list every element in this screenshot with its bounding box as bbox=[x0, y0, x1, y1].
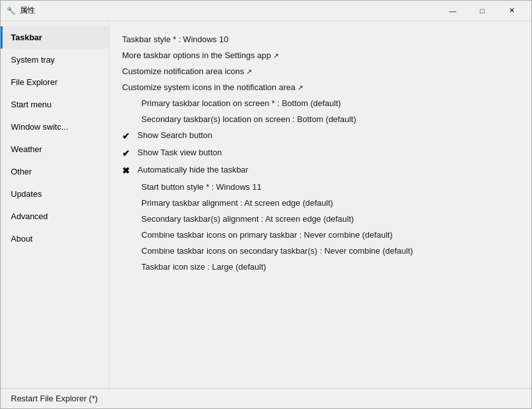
sidebar-item-updates[interactable]: Updates bbox=[1, 183, 109, 205]
sidebar-item-taskbar[interactable]: Taskbar bbox=[1, 26, 109, 49]
setting-row: Start button style * : Windows 11 bbox=[122, 179, 519, 195]
setting-text: More taskbar options in the Settings app bbox=[122, 50, 279, 60]
setting-row: Primary taskbar location on screen * : B… bbox=[122, 95, 519, 111]
close-button[interactable]: ✕ bbox=[497, 1, 526, 21]
setting-row: Combine taskbar icons on secondary taskb… bbox=[122, 243, 519, 259]
setting-text: Primary taskbar location on screen * : B… bbox=[141, 98, 341, 108]
app-icon: 🔧 bbox=[6, 6, 16, 16]
sidebar-item-weather[interactable]: Weather bbox=[1, 138, 109, 160]
footer: Restart File Explorer (*) bbox=[1, 388, 531, 408]
title-bar: 🔧 属性 — □ ✕ bbox=[1, 1, 531, 21]
setting-row: ✔Show Search button bbox=[122, 127, 519, 144]
sidebar-item-other[interactable]: Other bbox=[1, 160, 109, 183]
setting-text: Taskbar icon size : Large (default) bbox=[141, 262, 266, 272]
setting-row: Secondary taskbar(s) alignment : At scre… bbox=[122, 211, 519, 227]
sidebar-item-about[interactable]: About bbox=[1, 228, 109, 250]
sidebar: TaskbarSystem trayFile ExplorerStart men… bbox=[1, 21, 109, 388]
main-window: 🔧 属性 — □ ✕ TaskbarSystem trayFile Explor… bbox=[0, 0, 532, 409]
setting-row: ✔Show Task view button bbox=[122, 144, 519, 162]
setting-text: Combine taskbar icons on secondary taskb… bbox=[141, 246, 413, 256]
setting-row[interactable]: Customize notification area icons bbox=[122, 63, 519, 79]
setting-text: Show Search button bbox=[137, 130, 212, 140]
cross-icon: ✖ bbox=[122, 166, 134, 176]
setting-text: Automatically hide the taskbar bbox=[137, 165, 248, 174]
setting-row: Secondary taskbar(s) location on screen … bbox=[122, 111, 519, 127]
window-title: 属性 bbox=[20, 5, 438, 16]
setting-text: Taskbar style * : Windows 10 bbox=[122, 35, 228, 44]
setting-row: Primary taskbar alignment : At screen ed… bbox=[122, 195, 519, 211]
setting-row: Taskbar icon size : Large (default) bbox=[122, 259, 519, 275]
sidebar-item-advanced[interactable]: Advanced bbox=[1, 205, 109, 228]
content-area: TaskbarSystem trayFile ExplorerStart men… bbox=[1, 21, 531, 388]
sidebar-item-start-menu[interactable]: Start menu bbox=[1, 93, 109, 116]
sidebar-item-file-explorer[interactable]: File Explorer bbox=[1, 71, 109, 93]
setting-row: Taskbar style * : Windows 10 bbox=[122, 31, 519, 47]
minimize-button[interactable]: — bbox=[438, 1, 467, 21]
setting-text: Show Task view button bbox=[137, 148, 222, 157]
setting-row[interactable]: More taskbar options in the Settings app bbox=[122, 47, 519, 63]
setting-text: Combine taskbar icons on primary taskbar… bbox=[141, 230, 393, 240]
setting-text: Secondary taskbar(s) alignment : At scre… bbox=[141, 214, 354, 224]
main-content: Taskbar style * : Windows 10More taskbar… bbox=[109, 21, 531, 388]
restart-explorer-link[interactable]: Restart File Explorer (*) bbox=[11, 394, 98, 403]
setting-text: Customize notification area icons bbox=[122, 66, 252, 76]
maximize-button[interactable]: □ bbox=[467, 1, 497, 21]
setting-text: Secondary taskbar(s) location on screen … bbox=[141, 114, 356, 124]
setting-text: Customize system icons in the notificati… bbox=[122, 82, 303, 92]
setting-row[interactable]: Customize system icons in the notificati… bbox=[122, 79, 519, 95]
checkmark-icon: ✔ bbox=[122, 131, 134, 141]
window-controls: — □ ✕ bbox=[438, 1, 526, 21]
setting-row: ✖Automatically hide the taskbar bbox=[122, 162, 519, 179]
checkmark-icon: ✔ bbox=[122, 148, 134, 158]
setting-row: Combine taskbar icons on primary taskbar… bbox=[122, 227, 519, 243]
setting-text: Start button style * : Windows 11 bbox=[141, 182, 262, 192]
sidebar-item-system-tray[interactable]: System tray bbox=[1, 49, 109, 71]
sidebar-item-window-switch[interactable]: Window switc... bbox=[1, 116, 109, 138]
setting-text: Primary taskbar alignment : At screen ed… bbox=[141, 198, 333, 208]
